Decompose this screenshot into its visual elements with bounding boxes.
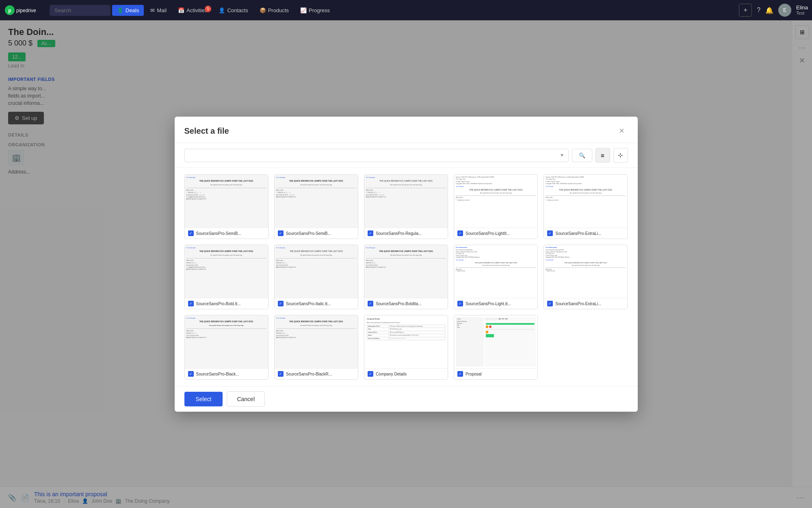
- file-preview: Ličasto Sada de Empresa Montante IVA Tot…: [454, 315, 537, 368]
- notifications-button[interactable]: 🔔: [765, 7, 773, 14]
- grid-view-toggle-button[interactable]: ⊹: [613, 148, 628, 163]
- file-item[interactable]: Font Sample THE QUICK BROWN FOX JUMPS OV…: [364, 245, 448, 309]
- search-icon: 🔍: [579, 152, 585, 158]
- file-label: ✓ SourceSansPro-SemiB...: [185, 228, 268, 239]
- file-name: SourceSansPro-Regula...: [376, 231, 422, 236]
- list-view-button[interactable]: ≡: [595, 148, 610, 163]
- file-label: ✓ SourceSansPro-Black...: [185, 368, 268, 379]
- file-name: SourceSansPro-BlackR...: [286, 372, 332, 376]
- file-label: ✓ SourceSansPro-Bold.tt...: [185, 298, 268, 309]
- file-preview: Font Sample THE QUICK BROWN FOX JUMPS OV…: [364, 175, 448, 228]
- file-preview: Company Details Main in-class training s…: [364, 315, 448, 368]
- products-icon: 📦: [260, 7, 266, 13]
- modal-header: Select a file ×: [175, 117, 638, 143]
- file-preview: Font Information Source Sans Pro Light R…: [454, 245, 537, 298]
- modal-toolbar: ▼ 🔍 ≡ ⊹: [175, 143, 638, 168]
- file-label: ✓ Company Details: [364, 368, 448, 379]
- file-name: SourceSansPro-SemiB...: [286, 231, 331, 236]
- file-name: SourceSansPro-Italic.tt...: [286, 302, 331, 306]
- svg-text:pipedrive: pipedrive: [16, 8, 36, 13]
- file-item[interactable]: Font Sample THE QUICK BROWN FOX JUMPS OV…: [184, 315, 269, 380]
- filter-select[interactable]: [184, 149, 569, 162]
- file-preview: Font Sample THE QUICK BROWN FOX JUMPS OV…: [364, 245, 448, 298]
- mail-icon: ✉: [150, 7, 155, 13]
- file-name: SourceSansPro-Bold.tt...: [196, 302, 241, 306]
- file-name: SourceSansPro-SemiB...: [196, 231, 241, 236]
- select-file-modal: Select a file × ▼ 🔍 ≡ ⊹: [175, 117, 638, 412]
- file-preview: Version 2.021;PS 1.000;hotconv 1.0.88;ma…: [454, 175, 537, 228]
- svg-text:p: p: [8, 8, 11, 13]
- modal-title: Select a file: [184, 126, 229, 136]
- file-item[interactable]: Font Sample THE QUICK BROWN FOX JUMPS OV…: [274, 174, 358, 239]
- file-preview: Font Sample THE QUICK BROWN FOX JUMPS OV…: [275, 245, 358, 298]
- file-preview: Font Sample THE QUICK BROWN FOX JUMPS OV…: [185, 315, 268, 368]
- file-name: SourceSansPro-LightIt...: [466, 231, 510, 236]
- file-label: ✓ SourceSansPro-SemiB...: [275, 228, 358, 239]
- file-label: ✓ SourceSansPro-BoldIta...: [364, 298, 448, 309]
- file-item[interactable]: Font Information Source Sans Pro Light R…: [454, 245, 538, 309]
- file-item[interactable]: Version 2.021;PS 1.000;hotconv 1.0.88;ma…: [543, 174, 628, 239]
- file-item[interactable]: Ličasto Sada de Empresa Montante IVA Tot…: [454, 315, 538, 380]
- file-label: ✓ Proposal: [454, 368, 537, 379]
- activities-icon: 📅: [178, 7, 184, 13]
- modal-overlay: Select a file × ▼ 🔍 ≡ ⊹: [0, 20, 812, 508]
- nav-item-progress[interactable]: 📈 Progress: [295, 5, 335, 16]
- file-item[interactable]: Font Sample THE QUICK BROWN FOX JUMPS OV…: [274, 315, 358, 380]
- grid-icon: ⊹: [618, 152, 623, 159]
- file-grid: Font Sample THE QUICK BROWN FOX JUMPS OV…: [184, 174, 628, 380]
- file-name: SourceSansPro-ExtraLi...: [555, 302, 601, 306]
- nav-item-activities[interactable]: 📅 Activities 5: [173, 5, 212, 16]
- file-name: SourceSansPro-ExtraLi...: [555, 231, 601, 236]
- file-name: Proposal: [466, 372, 481, 376]
- activities-badge: 5: [205, 6, 211, 12]
- file-item[interactable]: Font Sample THE QUICK BROWN FOX JUMPS OV…: [274, 245, 358, 309]
- file-preview: Version 2.021;PS 1.000;hotconv 1.0.88;ma…: [544, 175, 627, 228]
- nav-item-deals[interactable]: 💲 Deals: [112, 5, 144, 16]
- file-label: ✓ SourceSansPro-Light.tt...: [454, 298, 537, 309]
- file-item[interactable]: Font Sample THE QUICK BROWN FOX JUMPS OV…: [364, 174, 448, 239]
- file-name: SourceSansPro-Light.tt...: [466, 302, 511, 306]
- file-label: ✓ SourceSansPro-ExtraLi...: [544, 298, 627, 309]
- nav-item-contacts[interactable]: 👤 Contacts: [214, 5, 253, 16]
- modal-body: Font Sample THE QUICK BROWN FOX JUMPS OV…: [175, 168, 638, 386]
- file-preview: Font Sample THE QUICK BROWN FOX JUMPS OV…: [275, 315, 358, 368]
- file-label: ✓ SourceSansPro-BlackR...: [275, 368, 358, 379]
- search-button[interactable]: 🔍: [572, 149, 592, 162]
- help-button[interactable]: ?: [757, 7, 760, 14]
- nav-item-mail[interactable]: ✉ Mail: [145, 5, 171, 16]
- deals-icon: 💲: [117, 7, 123, 13]
- file-preview: Font Sample THE QUICK BROWN FOX JUMPS OV…: [185, 175, 268, 228]
- contacts-icon: 👤: [219, 7, 225, 13]
- file-label: ✓ SourceSansPro-ExtraLi...: [544, 228, 627, 239]
- file-label: ✓ SourceSansPro-Regula...: [364, 228, 448, 239]
- file-item[interactable]: Version 2.021;PS 1.000;hotconv 1.0.88;ma…: [454, 174, 538, 239]
- search-input[interactable]: [50, 5, 110, 16]
- progress-icon: 📈: [300, 7, 307, 13]
- user-avatar[interactable]: E: [778, 4, 791, 17]
- modal-close-button[interactable]: ×: [616, 125, 628, 137]
- list-icon: ≡: [601, 152, 604, 159]
- cancel-button[interactable]: Cancel: [227, 391, 265, 407]
- file-item[interactable]: Font Sample THE QUICK BROWN FOX JUMPS OV…: [184, 245, 269, 309]
- user-info: Elina Test: [796, 4, 808, 16]
- file-preview: Font Sample THE QUICK BROWN FOX JUMPS OV…: [185, 245, 268, 298]
- nav-item-products[interactable]: 📦 Products: [255, 5, 294, 16]
- file-item[interactable]: Font Sample THE QUICK BROWN FOX JUMPS OV…: [184, 174, 269, 239]
- file-item[interactable]: Font Information Source Sans Pro Extra L…: [543, 245, 628, 309]
- file-preview: Font Sample THE QUICK BROWN FOX JUMPS OV…: [275, 175, 358, 228]
- select-chevron-icon: ▼: [560, 152, 565, 158]
- top-navigation: p pipedrive 💲 Deals ✉ Mail 📅 Activities …: [0, 0, 812, 20]
- main-content: The Doin... 5 000 $ Ac... 12... Lead In …: [0, 20, 812, 508]
- modal-footer: Select Cancel: [175, 386, 638, 412]
- file-name: SourceSansPro-Black...: [196, 372, 239, 376]
- logo: p pipedrive: [4, 4, 45, 16]
- file-name: Company Details: [376, 372, 407, 376]
- file-name: SourceSansPro-BoldIta...: [376, 302, 422, 306]
- file-item[interactable]: Company Details Main in-class training s…: [364, 315, 448, 380]
- add-button[interactable]: +: [739, 4, 752, 17]
- file-preview: Font Information Source Sans Pro Extra L…: [544, 245, 627, 298]
- select-button[interactable]: Select: [184, 392, 223, 406]
- file-label: ✓ SourceSansPro-LightIt...: [454, 228, 537, 239]
- file-label: ✓ SourceSansPro-Italic.tt...: [275, 298, 358, 309]
